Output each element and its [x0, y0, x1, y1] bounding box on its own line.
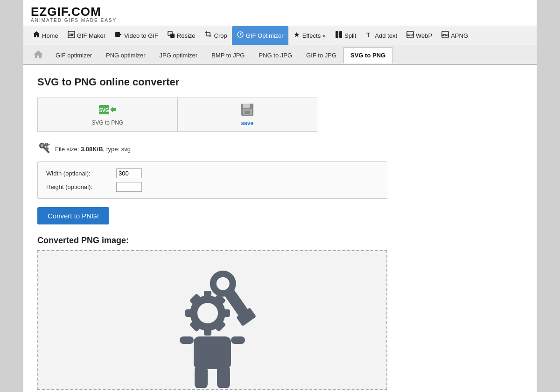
nav-label-add-text: Add text	[375, 32, 397, 39]
svg-rect-34	[185, 309, 196, 317]
subnav-tab-gif-to-jpg[interactable]: GIF to JPG	[299, 47, 343, 63]
save-tab[interactable]: save	[178, 98, 317, 131]
file-type-value: svg	[121, 146, 131, 153]
nav-item-resize[interactable]: Resize	[163, 26, 200, 45]
nav-icon-add-text: T	[365, 31, 373, 40]
logo: EZGIF.COM ANIMATED GIFS MADE EASY	[31, 5, 529, 23]
svg-marker-16	[110, 107, 116, 112]
preview-box	[37, 250, 387, 390]
width-input[interactable]	[116, 168, 142, 178]
nav-label-split: Split	[344, 32, 356, 39]
svg-text:APNG: APNG	[441, 34, 449, 36]
svg-rect-26	[48, 144, 50, 145]
nav-item-video-to-gif[interactable]: Video to GIF	[110, 26, 163, 45]
file-size-value: 3.08KiB	[81, 146, 103, 153]
options-box: Width (optional): Height (optional):	[37, 161, 387, 199]
nav-label-gif-optimizer: GIF Optimizer	[246, 32, 284, 39]
nav-icon-gif-optimizer	[237, 31, 244, 40]
preview-image	[138, 252, 287, 388]
subnav-tab-bmp-to-jpg[interactable]: BMP to JPG	[204, 47, 252, 63]
nav-icon-resize	[168, 31, 175, 40]
svg-marker-3	[120, 34, 122, 35]
height-input[interactable]	[116, 182, 142, 192]
subnav-tab-svg-to-png[interactable]: SVG to PNG	[343, 47, 392, 63]
subnav-tab-png-optimizer[interactable]: PNG optimizer	[99, 47, 153, 63]
svg-point-31	[197, 303, 218, 323]
action-tabs: SVG SVG to PNG save	[37, 98, 317, 132]
converted-label: Converted PNG image:	[37, 236, 523, 245]
main-content: SVG to PNG online converter SVG SVG to P…	[23, 65, 537, 392]
nav-icon-split	[335, 31, 343, 40]
subnav-tab-jpg-optimizer[interactable]: JPG optimizer	[153, 47, 205, 63]
svg-text:T: T	[366, 31, 370, 38]
nav-label-effects: Effects »	[302, 32, 326, 39]
nav-item-apng[interactable]: APNGAPNG	[437, 26, 473, 45]
page-title: SVG to PNG online converter	[37, 76, 523, 88]
nav-icon-apng: APNG	[441, 31, 449, 40]
convert-button[interactable]: Convert to PNG!	[37, 207, 109, 224]
subnav-tab-png-to-jpg[interactable]: PNG to JPG	[252, 47, 299, 63]
save-icon	[240, 103, 254, 118]
svg-rect-20	[245, 111, 250, 114]
nav-icon-home	[33, 31, 40, 40]
svg-rect-35	[220, 309, 230, 317]
svg-rect-7	[336, 31, 338, 38]
subnav-tab-gif-optimizer[interactable]: GIF optimizer	[49, 47, 99, 63]
svg-rect-2	[115, 32, 120, 37]
svg-rect-48	[217, 365, 230, 388]
svg-point-22	[41, 144, 43, 147]
svg-rect-32	[204, 291, 211, 301]
nav-item-gif-optimizer[interactable]: GIF Optimizer	[232, 26, 288, 45]
svg-text:GIF: GIF	[69, 33, 74, 36]
nav-label-home: Home	[42, 32, 58, 39]
svg-rect-5	[170, 34, 175, 38]
main-nav: HomeGIFGIF MakerVideo to GIFResizeCropGI…	[23, 26, 537, 45]
svg-rect-27	[43, 144, 45, 145]
height-label: Height (optional):	[46, 183, 116, 190]
nav-label-video-to-gif: Video to GIF	[124, 32, 158, 39]
file-icon	[37, 141, 50, 157]
nav-label-apng: APNG	[451, 32, 468, 39]
nav-item-webp[interactable]: WebPWebP	[402, 26, 437, 45]
file-size-prefix: File size:	[55, 146, 81, 153]
svg-rect-47	[195, 365, 208, 388]
svg-rect-33	[204, 325, 211, 336]
svg-to-png-tab[interactable]: SVG SVG to PNG	[38, 98, 178, 131]
nav-label-gif-maker: GIF Maker	[77, 32, 105, 39]
nav-label-webp: WebP	[416, 32, 432, 39]
svg-rect-8	[339, 31, 342, 38]
nav-icon-crop	[205, 31, 212, 40]
nav-icon-video-to-gif	[115, 31, 122, 40]
nav-label-crop: Crop	[214, 32, 227, 39]
svg-rect-25	[45, 147, 49, 150]
nav-icon-gif-maker: GIF	[68, 31, 75, 40]
nav-item-crop[interactable]: Crop	[200, 26, 232, 45]
width-row: Width (optional):	[46, 168, 378, 178]
width-label: Width (optional):	[46, 170, 116, 177]
svg-rect-46	[231, 336, 245, 344]
nav-item-add-text[interactable]: TAdd text	[361, 26, 402, 45]
nav-item-split[interactable]: Split	[330, 26, 361, 45]
svg-rect-44	[194, 336, 231, 369]
nav-icon-effects	[293, 31, 301, 40]
save-tab-label: save	[241, 120, 253, 126]
svg-rect-45	[180, 336, 194, 344]
nav-item-gif-maker[interactable]: GIFGIF Maker	[63, 26, 110, 45]
logo-title: EZGIF.COM	[31, 5, 529, 19]
sub-nav: GIF optimizerPNG optimizerJPG optimizerB…	[23, 45, 537, 65]
file-info-row: File size: 3.08KiB, type: svg	[37, 141, 523, 157]
file-type-prefix: , type:	[103, 146, 121, 153]
svg-text:WebP: WebP	[406, 34, 414, 36]
svg-rect-28	[46, 143, 47, 145]
nav-item-home[interactable]: Home	[28, 26, 63, 45]
nav-icon-webp: WebP	[406, 31, 414, 40]
svg-rect-29	[46, 146, 47, 148]
file-size-text: File size: 3.08KiB, type: svg	[55, 146, 131, 153]
svg-text:SVG: SVG	[99, 108, 109, 113]
header: EZGIF.COM ANIMATED GIFS MADE EASY	[23, 0, 537, 26]
logo-subtitle: ANIMATED GIFS MADE EASY	[31, 18, 529, 23]
nav-item-effects[interactable]: Effects »	[288, 26, 330, 45]
svg-to-png-tab-label: SVG to PNG	[91, 119, 123, 126]
nav-label-resize: Resize	[177, 32, 196, 39]
svg-rect-18	[243, 104, 250, 108]
